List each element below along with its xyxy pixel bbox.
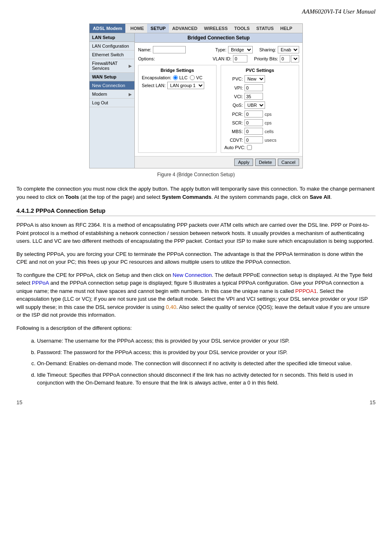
nav-items: HOMESETUPADVANCEDWIRELESSTOOLSSTATUSHELP xyxy=(125,24,297,33)
body-para-1: To complete the connection you must now … xyxy=(16,185,376,201)
name-input[interactable] xyxy=(153,46,186,53)
nav-item-home[interactable]: HOME xyxy=(127,24,147,33)
auto-pvc-checkbox[interactable] xyxy=(247,145,252,150)
bridge-settings-col: Bridge Settings Encapsulation: LLC VC Se… xyxy=(138,65,217,153)
nav-item-tools[interactable]: TOOLS xyxy=(231,24,253,33)
sidebar: LAN SetupLAN ConfigurationEthernet Switc… xyxy=(90,33,135,168)
auto-pvc-row: Auto PVC: xyxy=(224,145,295,150)
cdvt-input[interactable] xyxy=(244,136,263,143)
encapsulation-label: Encapsulation: xyxy=(142,75,171,80)
options-list: Username: The username for the PPPoA acc… xyxy=(37,337,376,387)
sidebar-item-firewall/nat-services[interactable]: Firewall/NAT Services▶ xyxy=(90,59,134,73)
pvc-select[interactable]: New xyxy=(244,75,265,83)
pvc-row: PVC: New xyxy=(224,75,295,83)
scr-input[interactable] xyxy=(244,119,263,126)
main-content: Bridged Connection Setup Name: Type: Bri… xyxy=(135,33,302,168)
select-lan-select[interactable]: LAN group 1 LAN group 2 xyxy=(167,82,204,89)
nav-brand: ADSL Modem xyxy=(90,24,125,33)
pppoa-para-2: By selecting PPPoA, you are forcing your… xyxy=(16,250,376,266)
list-item-a: Username: The username for the PPPoA acc… xyxy=(37,337,376,345)
page-number-left: 15 xyxy=(16,399,22,405)
sharing-label: Sharing: xyxy=(259,47,276,52)
settings-columns: Bridge Settings Encapsulation: LLC VC Se… xyxy=(138,65,299,153)
nav-item-status[interactable]: STATUS xyxy=(253,24,277,33)
sidebar-section: WAN Setup xyxy=(90,73,134,81)
enc-llc-radio[interactable] xyxy=(173,75,178,80)
page-number-right: 15 xyxy=(370,399,376,405)
options-label: Options: xyxy=(138,56,155,61)
sidebar-item-log-out[interactable]: Log Out xyxy=(90,99,134,107)
list-item-b: Password: The password for the PPPoA acc… xyxy=(37,348,376,357)
nav-item-help[interactable]: HELP xyxy=(277,24,295,33)
ui-body: LAN SetupLAN ConfigurationEthernet Switc… xyxy=(90,33,302,168)
priority-bits-input[interactable] xyxy=(280,55,290,62)
mbs-label: MBS: xyxy=(224,129,243,134)
vci-label: VCI: xyxy=(224,94,243,99)
pcr-row: PCR: cps xyxy=(224,111,295,117)
auto-pvc-label: Auto PVC: xyxy=(224,145,245,150)
scr-row: SCR: cps xyxy=(224,119,295,126)
cdvt-unit: usecs xyxy=(265,138,277,143)
priority-bits-label: Priority Bits: xyxy=(254,56,278,61)
encapsulation-row: Encapsulation: LLC VC xyxy=(142,75,213,80)
page-footer: 15 15 xyxy=(16,399,376,405)
name-type-row: Name: Type: Bridge PPPoE PPPoA Sharing: … xyxy=(138,46,299,53)
pppoa1-link: PPPOA1 xyxy=(295,288,317,294)
section-title: Bridged Connection Setup xyxy=(135,33,302,43)
pcr-input[interactable] xyxy=(244,111,263,117)
type-select[interactable]: Bridge PPPoE PPPoA xyxy=(228,46,253,53)
list-item-d: Idle Timeout: Specifies that PPPoA conne… xyxy=(37,371,376,387)
mbs-row: MBS: cells xyxy=(224,128,295,135)
pppoa-link[interactable]: PPPoA xyxy=(32,280,49,286)
pvc-label: PVC: xyxy=(224,76,243,81)
sidebar-arrow-icon: ▶ xyxy=(129,92,132,97)
vlan-id-label: VLAN ID: xyxy=(212,56,231,61)
delete-button[interactable]: Delete xyxy=(255,159,276,166)
pcr-unit: cps xyxy=(265,112,272,117)
nav-item-wireless[interactable]: WIRELESS xyxy=(201,24,231,33)
vpi-row: VPI: xyxy=(224,84,295,91)
vlan-id-input[interactable] xyxy=(233,55,247,62)
cdvt-label: CDVT: xyxy=(224,138,243,143)
select-lan-label: Select LAN: xyxy=(142,83,166,88)
qos-row: QoS: UBR CBR VBR xyxy=(224,101,295,109)
sidebar-item-ethernet-switch[interactable]: Ethernet Switch xyxy=(90,51,134,59)
pppoa-para-3: To configure the CPE for PPPoA, click on… xyxy=(16,271,376,319)
nav-item-advanced[interactable]: ADVANCED xyxy=(169,24,201,33)
page-header: AAM6020VI-T4 User Manual xyxy=(16,8,376,15)
vpi-label: VPI: xyxy=(224,85,243,90)
pppoa-para-4: Following is a description of the differ… xyxy=(16,324,376,332)
enc-vc-label: VC xyxy=(196,75,202,80)
cancel-button[interactable]: Cancel xyxy=(278,159,299,166)
enc-llc-label: LLC xyxy=(179,75,187,80)
figure-caption: Figure 4 (Bridge Connection Setup) xyxy=(16,172,376,177)
sidebar-arrow-icon: ▶ xyxy=(129,64,132,68)
tools-bold: Tools xyxy=(65,194,79,200)
new-connection-link[interactable]: New Connection xyxy=(173,272,212,278)
qos-select[interactable]: UBR CBR VBR xyxy=(244,101,265,109)
type-label: Type: xyxy=(215,47,226,52)
sidebar-item-lan-configuration[interactable]: LAN Configuration xyxy=(90,42,134,51)
nav-bar: ADSL Modem HOMESETUPADVANCEDWIRELESSTOOL… xyxy=(90,24,302,33)
sidebar-item-modem[interactable]: Modem▶ xyxy=(90,90,134,99)
vci-row: VCI: xyxy=(224,93,295,100)
select-lan-row: Select LAN: LAN group 1 LAN group 2 xyxy=(142,82,213,89)
scr-unit: cps xyxy=(265,120,272,125)
vpi-input[interactable] xyxy=(244,84,263,91)
pcr-label: PCR: xyxy=(224,112,243,117)
sharing-select[interactable]: Enable Disable xyxy=(278,46,299,53)
vci-input[interactable] xyxy=(244,93,263,100)
save-all-bold: Save All xyxy=(310,194,330,200)
mbs-input[interactable] xyxy=(244,128,263,135)
nav-item-setup[interactable]: SETUP xyxy=(147,24,169,33)
list-item-c: On-Demand: Enables on-demand mode. The c… xyxy=(37,359,376,368)
priority-bits-select[interactable] xyxy=(291,55,299,62)
040-link: 0,40 xyxy=(166,304,176,310)
router-ui: ADSL Modem HOMESETUPADVANCEDWIRELESSTOOL… xyxy=(89,23,303,168)
options-row: Options: VLAN ID: Priority Bits: xyxy=(138,55,299,62)
enc-vc-radio[interactable] xyxy=(190,75,195,80)
apply-button[interactable]: Apply xyxy=(234,159,253,166)
pvc-settings-col: PVC Settings PVC: New VPI: VCI: xyxy=(221,65,299,153)
sidebar-item-new-connection[interactable]: New Connection xyxy=(90,81,134,90)
bridge-settings-title: Bridge Settings xyxy=(142,68,213,73)
